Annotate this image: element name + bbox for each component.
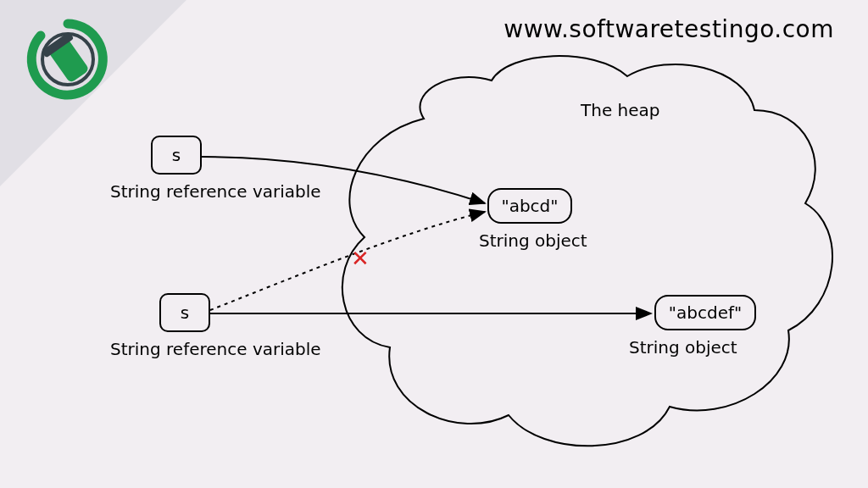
string-object-1-text: "abcd": [501, 196, 558, 216]
string-object-1-label: String object: [479, 230, 587, 251]
ref-var-1-label: String reference variable: [110, 181, 321, 202]
string-object-box-2: "abcdef": [654, 295, 756, 330]
heap-label: The heap: [581, 100, 660, 120]
cross-mark-icon: ✕: [351, 246, 370, 271]
string-object-2-label: String object: [629, 337, 737, 358]
ref-var-2-text: s: [181, 302, 189, 323]
diagram-svg: [0, 0, 868, 488]
string-object-box-1: "abcd": [487, 188, 572, 224]
ref-var-2-label: String reference variable: [110, 339, 321, 359]
ref-var-1-text: s: [172, 145, 181, 165]
string-object-2-text: "abcdef": [669, 302, 742, 323]
ref-var-box-2: s: [159, 293, 210, 332]
heap-diagram: s String reference variable s String ref…: [0, 0, 868, 488]
ref-var-box-1: s: [151, 136, 202, 175]
